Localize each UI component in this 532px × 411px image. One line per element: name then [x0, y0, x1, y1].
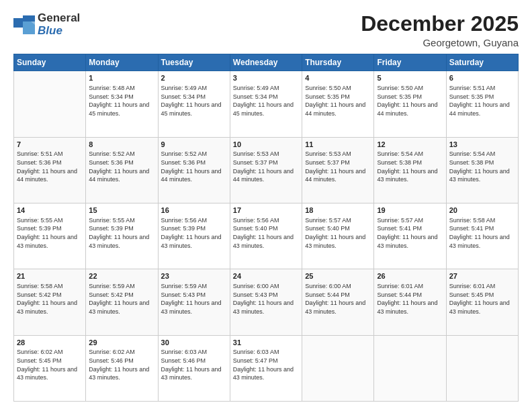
svg-marker-2: [23, 21, 35, 34]
day-number: 23: [161, 271, 227, 281]
calendar-cell: 18Sunrise: 5:57 AMSunset: 5:40 PMDayligh…: [302, 203, 374, 269]
calendar-cell: 11Sunrise: 5:53 AMSunset: 5:37 PMDayligh…: [302, 137, 374, 203]
calendar-cell: 27Sunrise: 6:01 AMSunset: 5:45 PMDayligh…: [446, 269, 518, 335]
calendar-cell: 17Sunrise: 5:56 AMSunset: 5:40 PMDayligh…: [230, 203, 302, 269]
logo-icon: [13, 15, 35, 34]
calendar-cell: [302, 335, 374, 401]
day-info: Sunrise: 6:01 AMSunset: 5:44 PMDaylight:…: [377, 282, 443, 316]
day-info: Sunrise: 5:54 AMSunset: 5:38 PMDaylight:…: [449, 150, 515, 183]
calendar-cell: 10Sunrise: 5:53 AMSunset: 5:37 PMDayligh…: [230, 137, 302, 203]
day-info: Sunrise: 5:58 AMSunset: 5:42 PMDaylight:…: [17, 282, 83, 316]
week-row-4: 21Sunrise: 5:58 AMSunset: 5:42 PMDayligh…: [14, 269, 519, 335]
logo-blue: Blue: [38, 24, 62, 37]
day-number: 25: [305, 271, 371, 281]
day-number: 5: [377, 73, 443, 83]
day-info: Sunrise: 5:53 AMSunset: 5:37 PMDaylight:…: [233, 150, 299, 183]
day-number: 29: [89, 338, 154, 348]
day-number: 12: [377, 140, 443, 150]
day-number: 1: [89, 73, 154, 83]
day-number: 18: [305, 205, 371, 216]
day-info: Sunrise: 5:59 AMSunset: 5:42 PMDaylight:…: [89, 282, 154, 316]
day-number: 17: [233, 205, 299, 216]
day-info: Sunrise: 5:50 AMSunset: 5:35 PMDaylight:…: [377, 84, 443, 118]
calendar-header-friday: Friday: [374, 54, 446, 71]
calendar-cell: 6Sunrise: 5:51 AMSunset: 5:35 PMDaylight…: [446, 71, 518, 137]
calendar-cell: 26Sunrise: 6:01 AMSunset: 5:44 PMDayligh…: [374, 269, 446, 335]
day-number: 6: [449, 73, 515, 83]
week-row-5: 28Sunrise: 6:02 AMSunset: 5:45 PMDayligh…: [14, 335, 519, 401]
day-info: Sunrise: 5:56 AMSunset: 5:39 PMDaylight:…: [161, 216, 227, 250]
day-info: Sunrise: 5:51 AMSunset: 5:35 PMDaylight:…: [449, 84, 515, 118]
calendar-cell: 21Sunrise: 5:58 AMSunset: 5:42 PMDayligh…: [14, 269, 86, 335]
day-number: 31: [233, 338, 299, 348]
day-info: Sunrise: 5:57 AMSunset: 5:40 PMDaylight:…: [305, 216, 371, 250]
day-info: Sunrise: 5:56 AMSunset: 5:40 PMDaylight:…: [233, 216, 299, 250]
day-number: 11: [305, 140, 371, 150]
day-number: 9: [161, 140, 227, 150]
day-info: Sunrise: 6:01 AMSunset: 5:45 PMDaylight:…: [449, 282, 515, 316]
calendar-header-saturday: Saturday: [446, 54, 518, 71]
calendar-cell: 1Sunrise: 5:48 AMSunset: 5:34 PMDaylight…: [86, 71, 158, 137]
day-info: Sunrise: 6:03 AMSunset: 5:46 PMDaylight:…: [161, 348, 227, 381]
day-number: 27: [449, 271, 515, 281]
calendar-cell: 3Sunrise: 5:49 AMSunset: 5:34 PMDaylight…: [230, 71, 302, 137]
day-number: 30: [161, 338, 227, 348]
calendar-cell: 12Sunrise: 5:54 AMSunset: 5:38 PMDayligh…: [374, 137, 446, 203]
day-info: Sunrise: 5:49 AMSunset: 5:34 PMDaylight:…: [161, 84, 227, 118]
day-info: Sunrise: 5:53 AMSunset: 5:37 PMDaylight:…: [305, 150, 371, 183]
day-info: Sunrise: 6:00 AMSunset: 5:43 PMDaylight:…: [233, 282, 299, 316]
day-number: 22: [89, 271, 154, 281]
month-title: December 2025: [361, 12, 519, 36]
day-number: 4: [305, 73, 371, 83]
title-block: December 2025 Georgetown, Guyana: [361, 12, 519, 48]
day-number: 20: [449, 205, 515, 216]
day-info: Sunrise: 5:52 AMSunset: 5:36 PMDaylight:…: [89, 150, 154, 183]
day-info: Sunrise: 5:54 AMSunset: 5:38 PMDaylight:…: [377, 150, 443, 183]
day-number: 14: [17, 205, 83, 216]
day-number: 2: [161, 73, 227, 83]
calendar-header-sunday: Sunday: [14, 54, 86, 71]
calendar-cell: 5Sunrise: 5:50 AMSunset: 5:35 PMDaylight…: [374, 71, 446, 137]
page: General Blue December 2025 Georgetown, G…: [0, 0, 532, 411]
day-info: Sunrise: 5:52 AMSunset: 5:36 PMDaylight:…: [161, 150, 227, 183]
day-info: Sunrise: 6:02 AMSunset: 5:46 PMDaylight:…: [89, 348, 154, 381]
day-info: Sunrise: 5:51 AMSunset: 5:36 PMDaylight:…: [17, 150, 83, 183]
calendar-cell: 25Sunrise: 6:00 AMSunset: 5:44 PMDayligh…: [302, 269, 374, 335]
day-number: 21: [17, 271, 83, 281]
calendar-cell: 19Sunrise: 5:57 AMSunset: 5:41 PMDayligh…: [374, 203, 446, 269]
week-row-3: 14Sunrise: 5:55 AMSunset: 5:39 PMDayligh…: [14, 203, 519, 269]
calendar-cell: 29Sunrise: 6:02 AMSunset: 5:46 PMDayligh…: [86, 335, 158, 401]
header: General Blue December 2025 Georgetown, G…: [13, 12, 519, 48]
calendar-header-row: SundayMondayTuesdayWednesdayThursdayFrid…: [14, 54, 519, 71]
calendar-cell: 23Sunrise: 5:59 AMSunset: 5:43 PMDayligh…: [158, 269, 230, 335]
week-row-2: 7Sunrise: 5:51 AMSunset: 5:36 PMDaylight…: [14, 137, 519, 203]
calendar-cell: 24Sunrise: 6:00 AMSunset: 5:43 PMDayligh…: [230, 269, 302, 335]
day-number: 13: [449, 140, 515, 150]
calendar-cell: 9Sunrise: 5:52 AMSunset: 5:36 PMDaylight…: [158, 137, 230, 203]
calendar-header-thursday: Thursday: [302, 54, 374, 71]
calendar-header-monday: Monday: [86, 54, 158, 71]
day-info: Sunrise: 5:59 AMSunset: 5:43 PMDaylight:…: [161, 282, 227, 316]
day-number: 28: [17, 338, 83, 348]
day-info: Sunrise: 5:57 AMSunset: 5:41 PMDaylight:…: [377, 216, 443, 250]
day-number: 26: [377, 271, 443, 281]
calendar-header-wednesday: Wednesday: [230, 54, 302, 71]
logo: General Blue: [13, 12, 80, 37]
calendar-cell: 4Sunrise: 5:50 AMSunset: 5:35 PMDaylight…: [302, 71, 374, 137]
day-number: 19: [377, 205, 443, 216]
calendar-cell: 15Sunrise: 5:55 AMSunset: 5:39 PMDayligh…: [86, 203, 158, 269]
day-info: Sunrise: 5:55 AMSunset: 5:39 PMDaylight:…: [89, 216, 154, 250]
calendar-cell: 31Sunrise: 6:03 AMSunset: 5:47 PMDayligh…: [230, 335, 302, 401]
calendar-cell: 7Sunrise: 5:51 AMSunset: 5:36 PMDaylight…: [14, 137, 86, 203]
calendar-cell: [374, 335, 446, 401]
day-number: 8: [89, 140, 154, 150]
day-info: Sunrise: 6:00 AMSunset: 5:44 PMDaylight:…: [305, 282, 371, 316]
day-number: 7: [17, 140, 83, 150]
calendar-cell: 22Sunrise: 5:59 AMSunset: 5:42 PMDayligh…: [86, 269, 158, 335]
calendar-cell: 28Sunrise: 6:02 AMSunset: 5:45 PMDayligh…: [14, 335, 86, 401]
calendar-cell: 13Sunrise: 5:54 AMSunset: 5:38 PMDayligh…: [446, 137, 518, 203]
week-row-1: 1Sunrise: 5:48 AMSunset: 5:34 PMDaylight…: [14, 71, 519, 137]
svg-rect-0: [13, 18, 23, 28]
day-info: Sunrise: 5:55 AMSunset: 5:39 PMDaylight:…: [17, 216, 83, 250]
logo-general: General: [38, 11, 80, 24]
